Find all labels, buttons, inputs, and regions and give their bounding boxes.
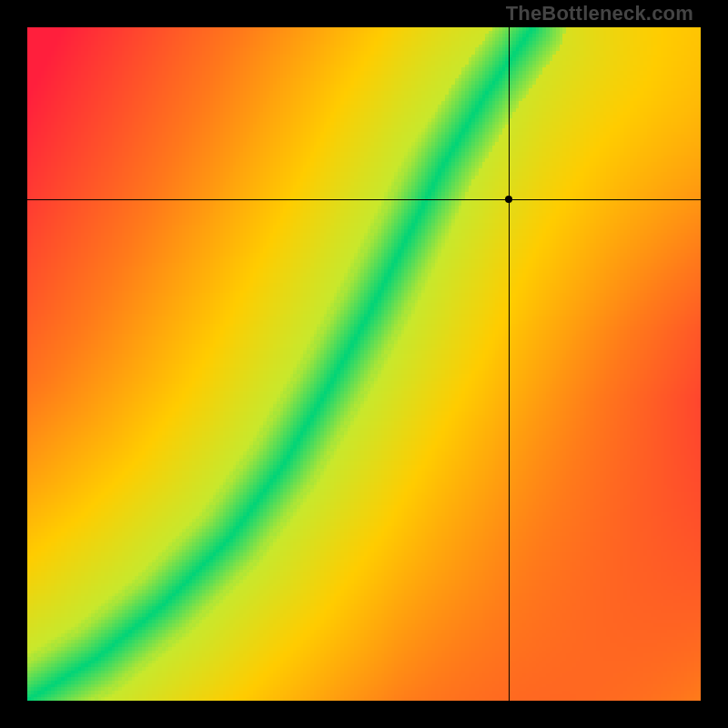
watermark-text: TheBottleneck.com xyxy=(506,2,693,25)
crosshair-horizontal xyxy=(27,199,701,200)
plot-area xyxy=(27,27,701,701)
marker-dot xyxy=(505,196,512,203)
crosshair-vertical xyxy=(509,27,510,701)
chart-frame: TheBottleneck.com xyxy=(0,0,728,728)
heatmap-canvas xyxy=(27,27,701,701)
